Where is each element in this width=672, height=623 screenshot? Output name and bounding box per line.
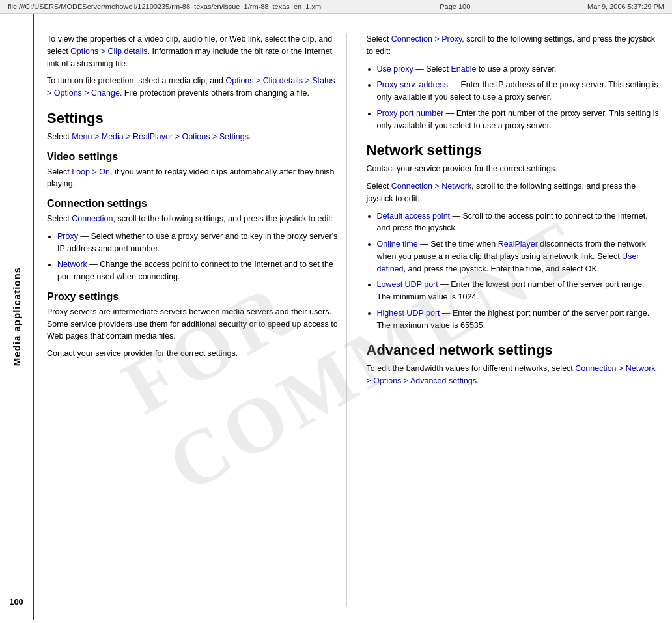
proxy-link[interactable]: Proxy bbox=[57, 232, 78, 241]
left-column: To view the properties of a video clip, … bbox=[47, 33, 347, 607]
page-number: 100 bbox=[9, 597, 23, 607]
video-settings-heading: Video settings bbox=[47, 151, 340, 163]
options-clip-details-status-link[interactable]: Options > Clip details > Status > Option… bbox=[47, 76, 335, 98]
default-access-point-link[interactable]: Default access point bbox=[377, 212, 451, 221]
options-clip-details-link[interactable]: Options > Clip details bbox=[70, 47, 147, 56]
connection-link[interactable]: Connection bbox=[72, 214, 113, 223]
use-proxy-link[interactable]: Use proxy bbox=[377, 64, 413, 74]
network-contact-para: Contact your service provider for the co… bbox=[367, 163, 660, 175]
connection-list: Proxy — Select whether to use a proxy se… bbox=[57, 230, 340, 283]
user-defined-link[interactable]: User defined bbox=[377, 252, 639, 273]
list-item: Proxy — Select whether to use a proxy se… bbox=[57, 230, 340, 255]
right-column: Select Connection > Proxy, scroll to the… bbox=[360, 33, 660, 607]
network-settings-heading: Network settings bbox=[367, 142, 660, 159]
list-item: Proxy serv. address — Enter the IP addre… bbox=[377, 79, 660, 104]
proxy-para-1: Proxy servers are intermediate servers b… bbox=[47, 306, 340, 342]
loop-on-link[interactable]: Loop > On bbox=[72, 167, 110, 176]
lowest-udp-link[interactable]: Lowest UDP port bbox=[377, 280, 438, 289]
date-label: Mar 9, 2006 5:37:29 PM bbox=[587, 3, 664, 10]
advanced-para: To edit the bandwidth values for differe… bbox=[367, 363, 660, 387]
list-item: Online time — Set the time when RealPlay… bbox=[377, 238, 660, 275]
sidebar-label: Media applications bbox=[11, 267, 22, 366]
online-time-link[interactable]: Online time bbox=[377, 240, 418, 249]
proxy-right-para: Select Connection > Proxy, scroll to the… bbox=[367, 33, 660, 58]
list-item: Highest UDP port — Enter the highest por… bbox=[377, 307, 660, 332]
network-list: Default access point — Scroll to the acc… bbox=[377, 210, 660, 332]
highest-udp-link[interactable]: Highest UDP port bbox=[377, 309, 440, 318]
main-content: FOR COMMENT To view the properties of a … bbox=[34, 14, 672, 620]
settings-para: Select Menu > Media > RealPlayer > Optio… bbox=[47, 131, 340, 143]
page-label: Page 100 bbox=[440, 3, 470, 10]
proxy-para-2: Contact your service provider for the co… bbox=[47, 348, 340, 360]
network-link-left[interactable]: Network bbox=[57, 260, 87, 269]
intro-para-1: To view the properties of a video clip, … bbox=[47, 33, 340, 70]
advanced-settings-link[interactable]: Connection > Network > Options > Advance… bbox=[367, 364, 656, 385]
list-item: Network — Change the access point to con… bbox=[57, 258, 340, 283]
list-item: Default access point — Scroll to the acc… bbox=[377, 210, 660, 235]
settings-heading: Settings bbox=[47, 110, 340, 127]
top-bar: file:///C:/USERS/MODEServer/mehowell/121… bbox=[0, 0, 672, 14]
proxy-port-link[interactable]: Proxy port number bbox=[377, 109, 444, 118]
sidebar: Media applications 100 bbox=[0, 14, 34, 620]
list-item: Proxy port number — Enter the port numbe… bbox=[377, 107, 660, 132]
connection-network-link[interactable]: Connection > Network bbox=[391, 182, 471, 191]
video-para: Select Loop > On, if you want to replay … bbox=[47, 166, 340, 191]
menu-media-realplayer-link[interactable]: Menu > Media > RealPlayer > Options > Se… bbox=[72, 132, 249, 141]
list-item: Lowest UDP port — Enter the lowest port … bbox=[377, 279, 660, 303]
proxy-serv-address-link[interactable]: Proxy serv. address bbox=[377, 80, 449, 89]
connection-para: Select Connection, scroll to the followi… bbox=[47, 213, 340, 225]
proxy-list: Use proxy — Select Enable to use a proxy… bbox=[377, 63, 660, 132]
connection-proxy-link[interactable]: Connection > Proxy bbox=[391, 35, 462, 44]
enable-link[interactable]: Enable bbox=[451, 64, 476, 74]
list-item: Use proxy — Select Enable to use a proxy… bbox=[377, 63, 660, 76]
connection-settings-heading: Connection settings bbox=[47, 198, 340, 210]
intro-para-2: To turn on file protection, select a med… bbox=[47, 75, 340, 100]
realplayer-link[interactable]: RealPlayer bbox=[498, 240, 538, 249]
file-path: file:///C:/USERS/MODEServer/mehowell/121… bbox=[8, 3, 323, 10]
advanced-network-heading: Advanced network settings bbox=[367, 342, 660, 359]
proxy-settings-heading: Proxy settings bbox=[47, 291, 340, 303]
network-select-para: Select Connection > Network, scroll to t… bbox=[367, 180, 660, 205]
